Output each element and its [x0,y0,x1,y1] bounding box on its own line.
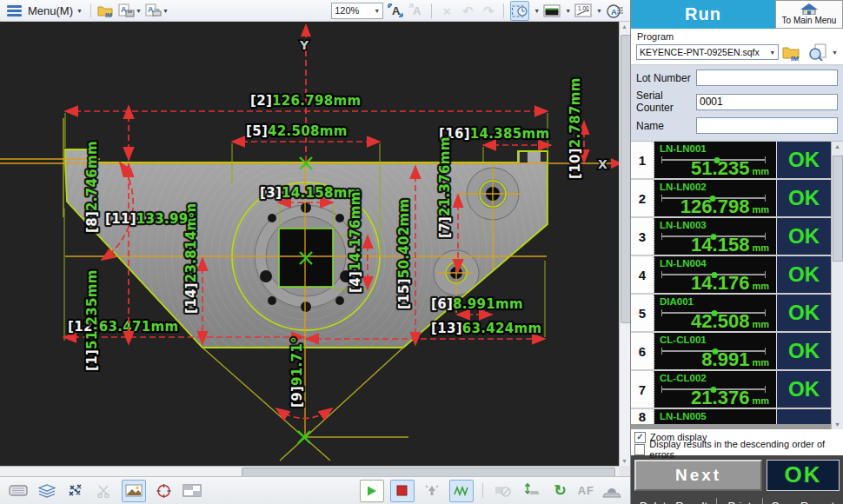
scroll-down-icon[interactable]: ▼ [834,421,840,428]
result-index: 5 [631,295,654,331]
svg-text:[1]51.235mm: [1]51.235mm [84,269,100,371]
chevron-down-icon[interactable]: ▼ [565,8,571,14]
svg-text:IM: IM [105,12,112,18]
result-row[interactable]: 8LN-LN005 [631,409,831,424]
run-panel: Run To Main Menu Program KEYENCE-PNT-092… [630,0,843,504]
image-view-icon[interactable] [122,480,146,502]
autofocus-label[interactable]: AF [578,484,594,497]
chevron-down-icon: ▼ [76,8,83,14]
exposure-lock-icon[interactable] [492,481,514,501]
chevron-down-icon[interactable]: ▼ [596,8,602,14]
brightness-threshold-icon[interactable] [543,2,561,20]
scroll-up-icon[interactable]: ▲ [621,23,627,30]
stage-camera-icon[interactable] [7,481,30,501]
result-row[interactable]: 6CL-CL0018.991 mmOK [631,333,831,371]
focus-wave-icon[interactable] [449,480,474,502]
svg-text:[16]14.385mm: [16]14.385mm [439,126,549,142]
next-button[interactable]: Next [634,460,762,491]
toolbar-separator [503,3,504,18]
enlarge-text-icon[interactable]: A [387,2,404,20]
shrink-text-icon[interactable]: A [408,2,425,20]
svg-text:[4]14.176mm: [4]14.176mm [348,191,363,293]
stop-icon[interactable] [390,480,415,502]
canvas-horizontal-scrollbar[interactable] [0,466,619,476]
result-value: 14.176 mm [691,274,769,293]
pattern-tool-icon[interactable] [64,481,87,501]
result-value: 51.235 mm [691,159,769,178]
save-result-icon[interactable]: A ▼ [118,2,142,20]
stage-lift-icon[interactable] [521,481,543,501]
checkbox-checked-icon: ✓ [634,432,646,443]
run-play-icon[interactable] [360,480,384,502]
chevron-down-icon: ▼ [136,8,142,14]
open-program-folder-icon[interactable]: IM [97,2,115,20]
name-input[interactable] [696,117,838,134]
result-row[interactable]: 3LN-LN00314.158 mmOK [631,218,831,256]
result-status: OK [776,218,831,255]
undo-icon[interactable]: ↶ [459,2,476,20]
scissors-icon[interactable] [93,481,116,501]
menu-button[interactable]: Menu(M) ▼ [26,4,84,17]
result-row[interactable]: 5DIA00142.508 mmOK [631,295,831,333]
program-section: Program KEYENCE-PNT-0925EN.sqfx ▼ IM ▼ [631,29,843,65]
result-row[interactable]: 2LN-LN002126.798 mmOK [631,180,831,218]
scroll-up-icon[interactable]: ▲ [834,143,840,149]
svg-text:[8]2.746mm: [8]2.746mm [84,141,100,233]
svg-text:X: X [598,157,607,171]
result-name: LN-LN002 [660,182,771,192]
chevron-down-icon: ▼ [769,50,775,56]
measure-region-tool-icon[interactable] [510,1,529,21]
lamp-stage-icon[interactable] [601,481,623,501]
result-index: 2 [631,180,654,216]
serial-counter-input[interactable] [696,94,838,110]
top-toolbar: Menu(M) ▼ IM A ▼ A ▼ 120% ▼ A A × ↶ ↷ [0,0,630,22]
svg-text:[2]126.798mm: [2]126.798mm [250,93,361,109]
print-result-icon[interactable]: A ▼ [145,2,169,20]
result-status: OK [776,295,831,331]
calibration-curve-icon[interactable]: 1.00 [574,2,592,20]
layout-split-icon[interactable] [181,481,203,501]
print-button[interactable]: Print [717,500,762,504]
canvas-vertical-scrollbar[interactable]: ▲ ▼ [619,22,630,466]
measurement-canvas[interactable]: .dim{stroke:#e23333;stroke-width:1.7;str… [0,22,619,466]
toolbar-separator [431,3,432,18]
result-row[interactable]: 7CL-CL00221.376 mmOK [631,371,831,409]
result-value: 14.158 mm [691,235,769,255]
result-name: DIA001 [660,296,771,307]
result-index: 1 [631,142,654,178]
result-status [776,409,831,424]
auto-annotation-icon[interactable]: A [606,2,625,20]
position-target-icon[interactable] [152,481,175,501]
rotate-icon[interactable]: ↻ [549,481,572,501]
result-index: 6 [631,333,654,369]
save-report-button[interactable]: Save Report [763,500,843,504]
chevron-down-icon: ▼ [374,8,380,14]
results-scrollbar[interactable]: ▲ ▼ [831,142,843,429]
lot-number-input[interactable] [696,70,838,86]
delete-icon[interactable]: × [438,2,455,20]
application-window: Menu(M) ▼ IM A ▼ A ▼ 120% ▼ A A × ↶ ↷ [0,0,843,504]
hamburger-menu-icon[interactable] [5,2,23,20]
scrollbar-thumb[interactable] [833,156,843,262]
fit-screen-icon[interactable] [421,481,443,501]
scroll-down-icon[interactable]: ▼ [621,458,627,464]
result-row[interactable]: 1LN-LN00151.235 mmOK [631,142,831,180]
search-program-icon[interactable] [806,43,827,61]
program-folder-icon[interactable]: IM [782,43,803,61]
svg-text:[7]21.376mm: [7]21.376mm [437,136,453,238]
menu-label: Menu(M) [28,4,73,17]
layers-icon[interactable] [36,481,58,501]
to-main-menu-button[interactable]: To Main Menu [775,0,843,29]
zoom-level-select[interactable]: 120% ▼ [331,3,383,19]
result-status: OK [776,333,831,369]
chevron-down-icon[interactable]: ▼ [832,50,838,56]
descending-order-checkbox[interactable]: Display results in the descending order … [634,443,840,455]
svg-text:[5]42.508mm: [5]42.508mm [246,123,348,139]
chevron-down-icon[interactable]: ▼ [534,8,540,14]
redo-icon[interactable]: ↷ [480,2,497,20]
panel-header: Run To Main Menu [631,0,843,29]
program-select[interactable]: KEYENCE-PNT-0925EN.sqfx ▼ [636,44,779,60]
delete-result-button[interactable]: Delete Result [631,500,716,504]
result-row[interactable]: 4LN-LN00414.176 mmOK [631,256,831,295]
result-name: LN-LN005 [660,411,771,421]
